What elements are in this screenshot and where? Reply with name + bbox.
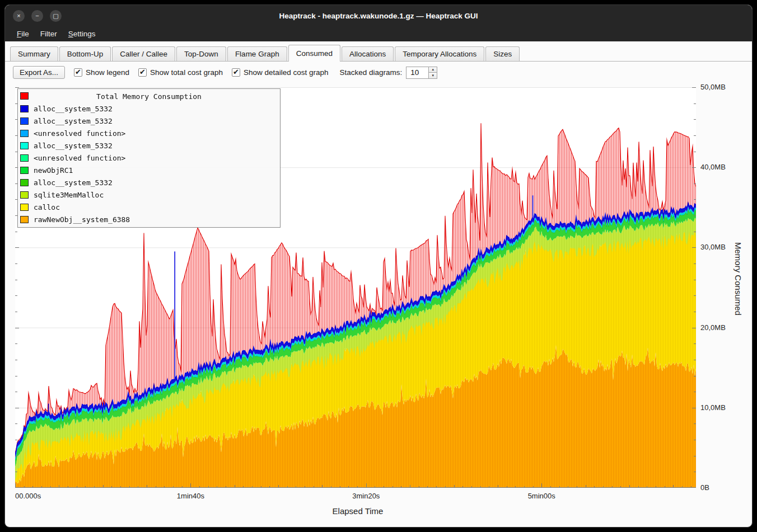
spinner-down-icon[interactable]: ▼ [428,73,437,79]
legend-item-label: <unresolved function> [34,129,125,138]
menu-settings[interactable]: Settings [63,28,101,40]
minimize-icon: − [35,13,39,19]
legend-item: calloc [18,201,280,213]
x-tick-label: 3min20s [352,492,380,500]
legend-item: alloc__system_5332 [18,139,280,152]
checkbox-check-icon [232,68,240,77]
tab-bottom-up[interactable]: Bottom-Up [59,46,111,61]
legend-swatch-icon [20,154,29,162]
y-tick-label: 0B [700,483,709,492]
legend-swatch-icon [20,179,29,186]
x-tick-label: 1min40s [177,492,204,500]
export-as-button[interactable]: Export As... [13,66,65,79]
x-axis-title: Elapsed Time [5,506,711,516]
tab-sizes[interactable]: Sizes [485,46,520,61]
legend-item: alloc__system_5332 [18,176,280,189]
tab-allocations[interactable]: Allocations [342,46,394,61]
legend-swatch-icon [20,167,29,174]
show-total-cost-checkbox[interactable]: Show total cost graph [138,68,223,77]
legend-item-label: alloc__system_5332 [34,105,113,113]
legend-swatch-icon [20,117,29,125]
y-tick-label: 10,0MB [700,403,726,412]
tab-flame-graph[interactable]: Flame Graph [227,46,287,61]
tab-caller-callee[interactable]: Caller / Callee [112,46,175,61]
y-tick-label: 50,0MB [700,83,726,91]
y-tick-label: 30,0MB [700,243,726,251]
chart-legend: Total Memory Consumption alloc__system_5… [17,88,281,228]
menubar: File Filter Settings [5,26,752,41]
spinner-value[interactable]: 10 [406,67,428,79]
tab-bar: Summary Bottom-Up Caller / Callee Top-Do… [5,41,752,62]
legend-item-label: sqlite3MemMalloc [34,191,104,199]
tab-consumed[interactable]: Consumed [288,45,340,62]
checkbox-check-icon [74,68,82,77]
show-legend-checkbox[interactable]: Show legend [74,68,129,77]
legend-swatch-icon [20,142,29,149]
legend-item: <unresolved function> [18,152,280,164]
legend-swatch-icon [20,191,29,199]
memory-chart-area: Total Memory Consumption alloc__system_5… [5,83,752,522]
window-title: Heaptrack - heaptrack.wakunode.1.gz — He… [5,12,752,20]
legend-item-label: alloc__system_5332 [34,117,113,125]
stacked-diagrams-label: Stacked diagrams: [340,68,403,77]
app-window: × − ▢ Heaptrack - heaptrack.wakunode.1.g… [4,4,753,528]
tab-temporary-allocations[interactable]: Temporary Allocations [395,46,484,61]
titlebar: × − ▢ Heaptrack - heaptrack.wakunode.1.g… [5,5,752,26]
menu-file[interactable]: File [12,28,34,40]
stacked-diagrams-group: Stacked diagrams: 10 ▲ ▼ [340,67,438,79]
legend-item: newObjRC1 [18,164,280,176]
maximize-icon: ▢ [53,13,58,19]
show-detailed-cost-label: Show detailed cost graph [244,68,329,77]
tab-summary[interactable]: Summary [10,46,58,61]
legend-item-label: newObjRC1 [34,166,73,175]
checkbox-check-icon [138,68,147,77]
legend-item-label: calloc [34,203,60,211]
legend-item-label: alloc__system_5332 [34,142,113,150]
show-total-cost-label: Show total cost graph [150,68,223,77]
x-tick-label: 00.000s [15,492,41,500]
legend-swatch-icon [20,130,29,137]
x-tick-label: 5min00s [528,492,555,500]
close-button[interactable]: × [13,10,25,22]
minimize-button[interactable]: − [31,10,43,22]
legend-swatch-icon [20,204,29,211]
legend-swatch-icon [20,105,29,112]
toolbar: Export As... Show legend Show total cost… [5,62,752,83]
y-axis-title: Memory Consumed [733,242,743,316]
spinner-up-icon[interactable]: ▲ [428,67,437,73]
menu-filter[interactable]: Filter [35,28,62,40]
y-tick-label: 40,0MB [700,163,726,171]
legend-swatch-icon [20,216,29,223]
show-detailed-cost-checkbox[interactable]: Show detailed cost graph [232,68,329,77]
legend-title-row: Total Memory Consumption [18,90,280,102]
show-legend-label: Show legend [86,68,129,77]
legend-item-label: rawNewObj__system_6388 [34,215,130,224]
stacked-diagrams-spinner[interactable]: 10 ▲ ▼ [406,67,437,79]
maximize-button[interactable]: ▢ [50,10,62,22]
legend-total-swatch [20,92,29,100]
legend-item: <unresolved function> [18,127,280,139]
close-icon: × [17,13,20,19]
legend-title: Total Memory Consumption [18,92,280,101]
legend-item: rawNewObj__system_6388 [18,213,280,225]
legend-item: alloc__system_5332 [18,115,280,127]
legend-item: sqlite3MemMalloc [18,189,280,201]
legend-item-label: alloc__system_5332 [34,178,113,187]
legend-item: alloc__system_5332 [18,102,280,115]
tab-top-down[interactable]: Top-Down [176,46,226,61]
legend-item-label: <unresolved function> [34,154,125,162]
y-tick-label: 20,0MB [700,323,726,332]
